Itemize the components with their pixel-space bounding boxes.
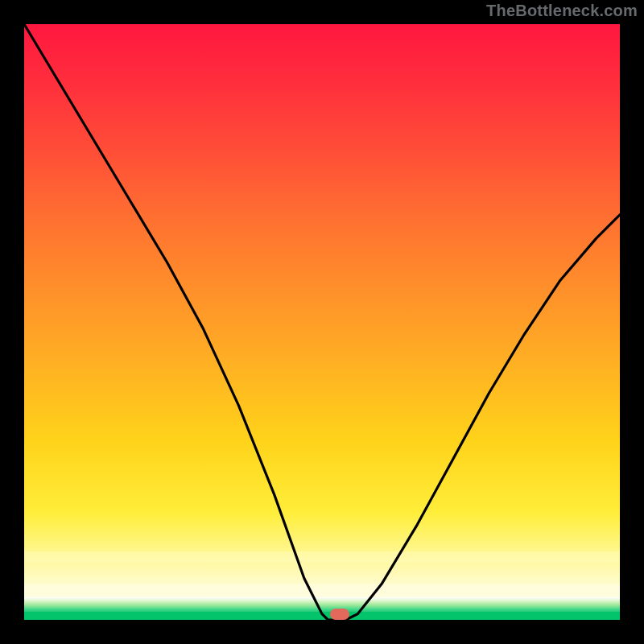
watermark-text: TheBottleneck.com [486, 2, 638, 20]
curve-svg [24, 24, 620, 620]
plot-area [24, 24, 620, 620]
bottleneck-curve [24, 24, 620, 620]
chart-frame: TheBottleneck.com [0, 0, 644, 644]
optimal-point-marker [330, 609, 349, 620]
